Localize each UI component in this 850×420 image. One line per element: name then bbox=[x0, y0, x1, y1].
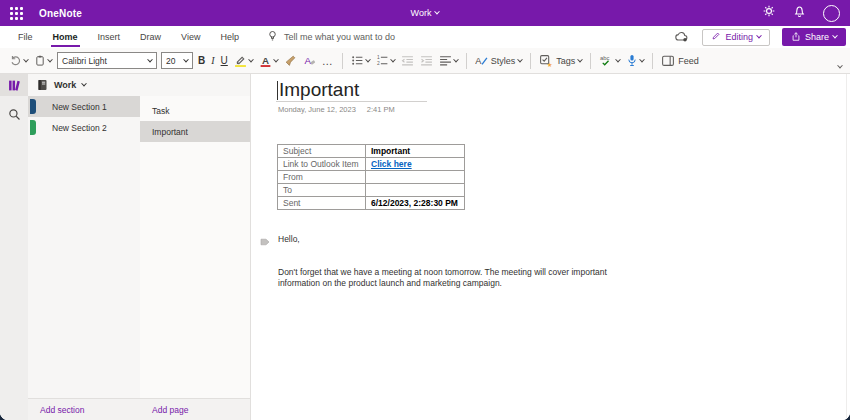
divider bbox=[652, 53, 653, 69]
table-label: Link to Outlook Item bbox=[278, 158, 366, 171]
share-label: Share bbox=[805, 32, 829, 42]
chevron-down-icon bbox=[616, 56, 622, 62]
title-underline bbox=[276, 101, 427, 102]
notebook-icon bbox=[37, 79, 48, 91]
notebook-sidebar: Work New Section 1 New Section 2 bbox=[28, 74, 251, 420]
chevron-down-icon bbox=[47, 56, 53, 62]
tags-button[interactable]: ★ Tags bbox=[536, 52, 585, 70]
decrease-indent-button[interactable] bbox=[398, 52, 417, 69]
font-color-button[interactable]: A bbox=[256, 52, 281, 69]
share-icon bbox=[791, 31, 801, 44]
spell-check-button[interactable]: abc bbox=[596, 52, 623, 69]
chevron-down-icon bbox=[147, 56, 153, 62]
bullet-list-button[interactable] bbox=[348, 52, 373, 69]
share-button[interactable]: Share bbox=[782, 28, 846, 46]
page-time: 2:41 PM bbox=[367, 105, 395, 114]
tellme-search[interactable]: Tell me what you want to do bbox=[267, 30, 395, 44]
table-row: From bbox=[278, 171, 465, 184]
outlook-item-link[interactable]: Click here bbox=[366, 158, 465, 171]
tab-file[interactable]: File bbox=[8, 26, 43, 48]
underline-button[interactable]: U bbox=[218, 53, 231, 68]
notebook-switcher[interactable]: Work bbox=[0, 8, 850, 18]
italic-button[interactable]: I bbox=[208, 53, 217, 68]
tab-draw[interactable]: Draw bbox=[130, 26, 171, 48]
collapse-ribbon-chevron-icon[interactable] bbox=[837, 63, 843, 69]
feed-button[interactable]: Feed bbox=[658, 52, 703, 69]
increase-indent-button[interactable] bbox=[417, 52, 436, 69]
text-cursor bbox=[277, 81, 278, 100]
notebook-header[interactable]: Work bbox=[28, 74, 250, 96]
table-label: Sent bbox=[278, 197, 366, 210]
onenote-window: OneNote Work File Home Insert bbox=[0, 0, 850, 420]
page-title[interactable]: Important bbox=[277, 79, 359, 101]
svg-text:A: A bbox=[262, 55, 269, 66]
section-color-marker bbox=[30, 99, 36, 114]
highlighter-button[interactable] bbox=[231, 52, 256, 69]
page-datetime: Monday, June 12, 2023 2:41 PM bbox=[278, 105, 395, 114]
add-section-button[interactable]: Add section bbox=[28, 405, 140, 415]
paragraph-drag-handle[interactable] bbox=[259, 234, 271, 252]
undo-button[interactable] bbox=[6, 52, 31, 69]
tab-help[interactable]: Help bbox=[210, 26, 249, 48]
tab-view[interactable]: View bbox=[171, 26, 210, 48]
numbered-list-button[interactable]: 1 2 bbox=[373, 52, 398, 69]
font-name-select[interactable]: Calibri Light bbox=[57, 52, 157, 69]
search-button[interactable] bbox=[0, 103, 28, 125]
add-page-button[interactable]: Add page bbox=[140, 405, 188, 415]
sync-cloud-icon bbox=[674, 30, 690, 45]
section-item-new-section-1[interactable]: New Section 1 bbox=[28, 96, 140, 117]
section-item-new-section-2[interactable]: New Section 2 bbox=[28, 117, 140, 138]
chevron-down-icon bbox=[390, 56, 396, 62]
table-value bbox=[366, 171, 465, 184]
chevron-down-icon bbox=[365, 56, 371, 62]
table-row: Subject Important bbox=[278, 145, 465, 158]
account-avatar[interactable] bbox=[823, 5, 840, 22]
sections-list: New Section 1 New Section 2 bbox=[28, 96, 140, 398]
bold-button[interactable]: B bbox=[195, 53, 208, 68]
svg-text:A: A bbox=[304, 55, 311, 66]
page-item-task[interactable]: Task bbox=[140, 100, 250, 121]
font-size-select[interactable]: 20 bbox=[161, 52, 193, 69]
scrollbar-track[interactable] bbox=[846, 74, 847, 420]
clear-formatting-button[interactable]: A bbox=[300, 52, 319, 69]
chevron-down-icon bbox=[183, 56, 189, 62]
divider bbox=[530, 53, 531, 69]
notebooks-icon bbox=[8, 79, 21, 92]
app-launcher-icon[interactable] bbox=[10, 7, 23, 20]
divider bbox=[342, 53, 343, 69]
feed-label: Feed bbox=[678, 56, 699, 66]
chevron-down-icon bbox=[82, 81, 88, 87]
chevron-down-icon bbox=[578, 56, 584, 62]
paste-button[interactable] bbox=[31, 52, 55, 69]
section-color-marker bbox=[30, 120, 36, 135]
font-name-value: Calibri Light bbox=[62, 56, 107, 66]
styles-button[interactable]: A Styles bbox=[472, 52, 526, 69]
dictate-microphone-button[interactable] bbox=[623, 52, 647, 69]
chevron-down-icon bbox=[517, 56, 523, 62]
settings-gear-icon[interactable] bbox=[762, 4, 776, 22]
tab-home[interactable]: Home bbox=[43, 26, 88, 48]
page-item-important[interactable]: Important bbox=[140, 121, 250, 142]
section-name: New Section 1 bbox=[52, 102, 107, 112]
notebooks-nav-button[interactable] bbox=[0, 74, 28, 96]
underline-glyph: U bbox=[221, 55, 228, 66]
tags-label: Tags bbox=[556, 56, 575, 66]
notifications-bell-icon[interactable] bbox=[793, 4, 806, 22]
more-formatting-button[interactable]: … bbox=[319, 55, 337, 67]
bold-glyph: B bbox=[198, 55, 205, 66]
outlook-item-table: Subject Important Link to Outlook Item C… bbox=[277, 144, 465, 210]
format-painter-button[interactable] bbox=[281, 52, 300, 69]
table-value bbox=[366, 184, 465, 197]
editing-mode-button[interactable]: Editing bbox=[702, 29, 770, 46]
page-canvas[interactable]: Important Monday, June 12, 2023 2:41 PM … bbox=[251, 74, 850, 420]
page-title-text: Important bbox=[279, 79, 359, 101]
table-row: Link to Outlook Item Click here bbox=[278, 158, 465, 171]
alignment-button[interactable] bbox=[436, 52, 461, 69]
svg-text:A: A bbox=[475, 56, 482, 66]
chevron-down-icon bbox=[23, 56, 29, 62]
table-value: Important bbox=[366, 145, 465, 158]
tab-insert[interactable]: Insert bbox=[88, 26, 131, 48]
page-name: Important bbox=[152, 127, 188, 137]
chevron-down-icon bbox=[273, 56, 279, 62]
italic-glyph: I bbox=[211, 55, 214, 66]
